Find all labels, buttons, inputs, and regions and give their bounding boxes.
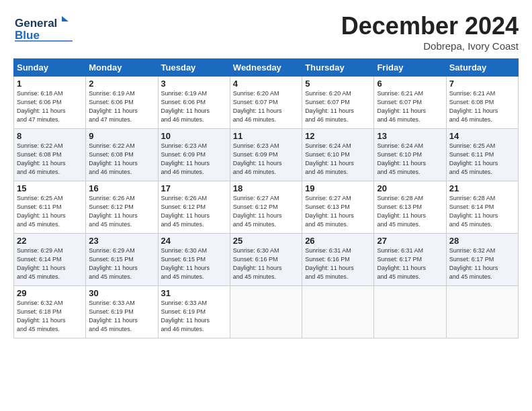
- day-number: 10: [161, 131, 227, 141]
- day-cell: 2Sunrise: 6:19 AMSunset: 6:06 PMDaylight…: [86, 77, 158, 129]
- svg-marker-1: [62, 16, 69, 21]
- day-cell: 29Sunrise: 6:32 AMSunset: 6:18 PMDayligh…: [14, 286, 86, 338]
- header-sunday: Sunday: [14, 59, 86, 77]
- day-info: Sunrise: 6:21 AMSunset: 6:08 PMDaylight:…: [449, 89, 515, 124]
- page: General Blue December 2024 Dobrepa, Ivor…: [0, 0, 532, 411]
- day-number: 20: [377, 183, 443, 193]
- location: Dobrepa, Ivory Coast: [341, 40, 519, 52]
- day-cell: [374, 286, 446, 338]
- day-info: Sunrise: 6:21 AMSunset: 6:07 PMDaylight:…: [377, 89, 443, 124]
- day-number: 23: [89, 236, 154, 246]
- day-number: 17: [161, 183, 227, 193]
- day-info: Sunrise: 6:27 AMSunset: 6:12 PMDaylight:…: [233, 194, 299, 229]
- header-tuesday: Tuesday: [158, 59, 230, 77]
- day-info: Sunrise: 6:25 AMSunset: 6:11 PMDaylight:…: [17, 194, 83, 229]
- logo-svg: General Blue: [13, 12, 74, 46]
- header-thursday: Thursday: [302, 59, 374, 77]
- day-cell: 27Sunrise: 6:31 AMSunset: 6:17 PMDayligh…: [374, 234, 446, 286]
- header-saturday: Saturday: [446, 59, 518, 77]
- day-info: Sunrise: 6:25 AMSunset: 6:11 PMDaylight:…: [449, 142, 515, 177]
- day-number: 28: [449, 236, 515, 246]
- day-number: 1: [17, 79, 83, 89]
- day-info: Sunrise: 6:22 AMSunset: 6:08 PMDaylight:…: [17, 142, 83, 177]
- day-info: Sunrise: 6:20 AMSunset: 6:07 PMDaylight:…: [233, 89, 299, 124]
- day-cell: 13Sunrise: 6:24 AMSunset: 6:10 PMDayligh…: [374, 129, 446, 181]
- header-monday: Monday: [86, 59, 158, 77]
- day-info: Sunrise: 6:19 AMSunset: 6:06 PMDaylight:…: [89, 89, 154, 124]
- day-number: 15: [17, 183, 83, 193]
- day-number: 7: [449, 79, 515, 89]
- header-wednesday: Wednesday: [230, 59, 302, 77]
- day-cell: 17Sunrise: 6:26 AMSunset: 6:12 PMDayligh…: [158, 181, 230, 234]
- day-cell: 31Sunrise: 6:33 AMSunset: 6:19 PMDayligh…: [158, 286, 230, 338]
- day-number: 31: [161, 288, 227, 298]
- day-cell: 8Sunrise: 6:22 AMSunset: 6:08 PMDaylight…: [14, 129, 86, 181]
- day-info: Sunrise: 6:24 AMSunset: 6:10 PMDaylight:…: [377, 142, 443, 177]
- day-number: 24: [161, 236, 227, 246]
- month-title: December 2024: [341, 12, 519, 40]
- day-number: 14: [449, 131, 515, 141]
- day-cell: 12Sunrise: 6:24 AMSunset: 6:10 PMDayligh…: [302, 129, 374, 181]
- day-info: Sunrise: 6:33 AMSunset: 6:19 PMDaylight:…: [89, 299, 154, 334]
- day-info: Sunrise: 6:27 AMSunset: 6:13 PMDaylight:…: [305, 194, 371, 229]
- day-info: Sunrise: 6:32 AMSunset: 6:17 PMDaylight:…: [449, 246, 515, 281]
- day-number: 3: [161, 79, 227, 89]
- day-info: Sunrise: 6:29 AMSunset: 6:14 PMDaylight:…: [17, 246, 83, 281]
- day-cell: 14Sunrise: 6:25 AMSunset: 6:11 PMDayligh…: [446, 129, 518, 181]
- day-info: Sunrise: 6:28 AMSunset: 6:14 PMDaylight:…: [449, 194, 515, 229]
- svg-text:General: General: [15, 17, 57, 30]
- day-cell: [446, 286, 518, 338]
- day-cell: 1Sunrise: 6:18 AMSunset: 6:06 PMDaylight…: [14, 77, 86, 129]
- calendar-table: SundayMondayTuesdayWednesdayThursdayFrid…: [13, 58, 519, 338]
- day-cell: 26Sunrise: 6:31 AMSunset: 6:16 PMDayligh…: [302, 234, 374, 286]
- week-row-0: 1Sunrise: 6:18 AMSunset: 6:06 PMDaylight…: [14, 77, 519, 129]
- day-number: 30: [89, 288, 154, 298]
- day-cell: 30Sunrise: 6:33 AMSunset: 6:19 PMDayligh…: [86, 286, 158, 338]
- day-cell: 7Sunrise: 6:21 AMSunset: 6:08 PMDaylight…: [446, 77, 518, 129]
- day-number: 6: [377, 79, 443, 89]
- header: General Blue December 2024 Dobrepa, Ivor…: [13, 12, 519, 52]
- logo: General Blue: [13, 12, 74, 46]
- day-cell: 23Sunrise: 6:29 AMSunset: 6:15 PMDayligh…: [86, 234, 158, 286]
- day-info: Sunrise: 6:33 AMSunset: 6:19 PMDaylight:…: [161, 299, 227, 334]
- day-cell: 18Sunrise: 6:27 AMSunset: 6:12 PMDayligh…: [230, 181, 302, 234]
- day-info: Sunrise: 6:20 AMSunset: 6:07 PMDaylight:…: [305, 89, 371, 124]
- day-info: Sunrise: 6:29 AMSunset: 6:15 PMDaylight:…: [89, 246, 154, 281]
- day-cell: 25Sunrise: 6:30 AMSunset: 6:16 PMDayligh…: [230, 234, 302, 286]
- day-info: Sunrise: 6:23 AMSunset: 6:09 PMDaylight:…: [233, 142, 299, 177]
- day-number: 4: [233, 79, 299, 89]
- day-info: Sunrise: 6:23 AMSunset: 6:09 PMDaylight:…: [161, 142, 227, 177]
- day-info: Sunrise: 6:24 AMSunset: 6:10 PMDaylight:…: [305, 142, 371, 177]
- header-row: SundayMondayTuesdayWednesdayThursdayFrid…: [14, 59, 519, 77]
- day-info: Sunrise: 6:22 AMSunset: 6:08 PMDaylight:…: [89, 142, 154, 177]
- week-row-2: 15Sunrise: 6:25 AMSunset: 6:11 PMDayligh…: [14, 181, 519, 234]
- day-number: 2: [89, 79, 154, 89]
- day-cell: [302, 286, 374, 338]
- day-info: Sunrise: 6:26 AMSunset: 6:12 PMDaylight:…: [89, 194, 154, 229]
- day-number: 5: [305, 79, 371, 89]
- day-number: 16: [89, 183, 154, 193]
- day-cell: 11Sunrise: 6:23 AMSunset: 6:09 PMDayligh…: [230, 129, 302, 181]
- day-cell: [230, 286, 302, 338]
- week-row-3: 22Sunrise: 6:29 AMSunset: 6:14 PMDayligh…: [14, 234, 519, 286]
- day-info: Sunrise: 6:31 AMSunset: 6:16 PMDaylight:…: [305, 246, 371, 281]
- day-cell: 19Sunrise: 6:27 AMSunset: 6:13 PMDayligh…: [302, 181, 374, 234]
- day-info: Sunrise: 6:30 AMSunset: 6:16 PMDaylight:…: [233, 246, 299, 281]
- day-number: 18: [233, 183, 299, 193]
- day-number: 9: [89, 131, 154, 141]
- day-cell: 5Sunrise: 6:20 AMSunset: 6:07 PMDaylight…: [302, 77, 374, 129]
- title-block: December 2024 Dobrepa, Ivory Coast: [341, 12, 519, 52]
- day-info: Sunrise: 6:19 AMSunset: 6:06 PMDaylight:…: [161, 89, 227, 124]
- day-cell: 24Sunrise: 6:30 AMSunset: 6:15 PMDayligh…: [158, 234, 230, 286]
- day-cell: 9Sunrise: 6:22 AMSunset: 6:08 PMDaylight…: [86, 129, 158, 181]
- day-cell: 28Sunrise: 6:32 AMSunset: 6:17 PMDayligh…: [446, 234, 518, 286]
- header-friday: Friday: [374, 59, 446, 77]
- day-cell: 22Sunrise: 6:29 AMSunset: 6:14 PMDayligh…: [14, 234, 86, 286]
- day-number: 26: [305, 236, 371, 246]
- day-number: 22: [17, 236, 83, 246]
- day-number: 19: [305, 183, 371, 193]
- day-cell: 4Sunrise: 6:20 AMSunset: 6:07 PMDaylight…: [230, 77, 302, 129]
- day-info: Sunrise: 6:31 AMSunset: 6:17 PMDaylight:…: [377, 246, 443, 281]
- day-cell: 3Sunrise: 6:19 AMSunset: 6:06 PMDaylight…: [158, 77, 230, 129]
- day-number: 13: [377, 131, 443, 141]
